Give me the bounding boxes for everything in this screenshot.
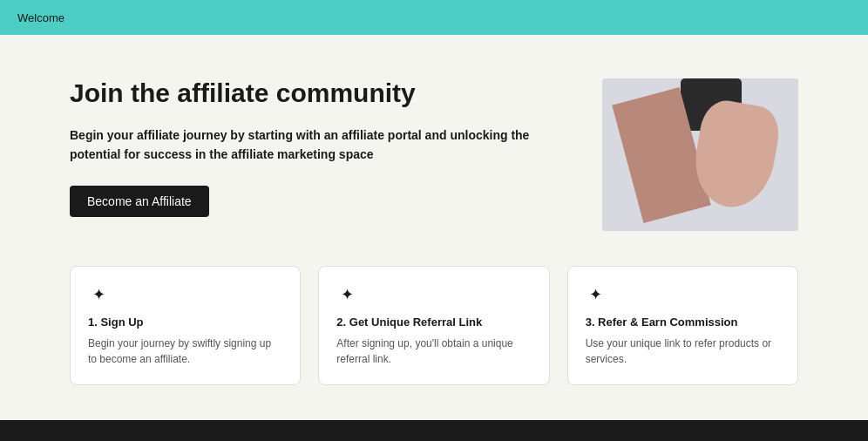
card-icon-1: ✦	[88, 284, 109, 305]
header: Welcome	[0, 0, 868, 35]
card-referral: ✦ 2. Get Unique Referral Link After sign…	[318, 266, 549, 385]
hero-subtitle: Begin your affiliate journey by starting…	[70, 126, 558, 165]
card-icon-3: ✦	[586, 284, 607, 305]
become-affiliate-button[interactable]: Become an Affiliate	[70, 186, 209, 217]
cards-section: ✦ 1. Sign Up Begin your journey by swift…	[70, 266, 798, 385]
card-title-2: 2. Get Unique Referral Link	[336, 315, 531, 329]
card-title-3: 3. Refer & Earn Commission	[586, 315, 780, 329]
card-signup: ✦ 1. Sign Up Begin your journey by swift…	[70, 266, 301, 385]
card-title-1: 1. Sign Up	[88, 315, 282, 329]
hero-image	[602, 78, 798, 231]
hero-text: Join the affiliate community Begin your …	[70, 78, 593, 217]
card-text-3: Use your unique link to refer products o…	[586, 336, 780, 367]
card-icon-2: ✦	[336, 284, 357, 305]
footer: Quick links Home Catalog Contact © 2023 …	[0, 420, 868, 441]
header-title: Welcome	[17, 11, 64, 24]
card-text-2: After signing up, you'll obtain a unique…	[336, 336, 531, 367]
hero-section: Join the affiliate community Begin your …	[70, 78, 798, 231]
card-commission: ✦ 3. Refer & Earn Commission Use your un…	[567, 266, 798, 385]
card-text-1: Begin your journey by swiftly signing up…	[88, 336, 282, 367]
main-content: Join the affiliate community Begin your …	[0, 35, 868, 420]
hero-title: Join the affiliate community	[70, 78, 593, 108]
